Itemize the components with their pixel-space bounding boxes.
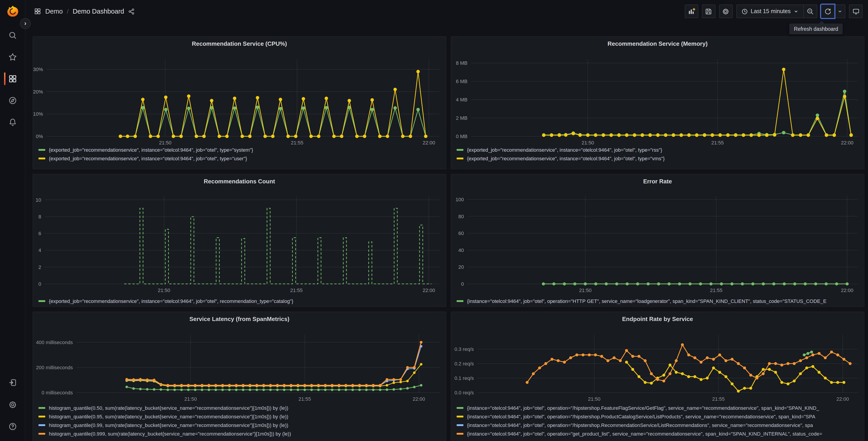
svg-text:4: 4 (38, 247, 41, 253)
share-icon[interactable] (128, 8, 135, 15)
refresh-button[interactable] (821, 4, 835, 18)
sign-in-icon (8, 378, 17, 387)
legend-item[interactable]: {exported_job="recommendationservice", i… (38, 145, 443, 154)
sidebar-item-dashboards[interactable] (0, 70, 25, 88)
legend-series-label: {instance="otelcol:9464", job="otel", op… (467, 405, 819, 410)
legend-series-label: {exported_job="recommendationservice", i… (467, 147, 662, 152)
legend-item[interactable]: histogram_quantile(0.95, sum(rate(latenc… (38, 412, 443, 421)
refresh-interval-caret-button[interactable] (835, 4, 845, 18)
legend-series-label: histogram_quantile(0.999, sum(rate(laten… (49, 431, 291, 436)
legend-series-swatch (457, 407, 463, 409)
help-icon (8, 422, 17, 431)
svg-text:200 milliseconds: 200 milliseconds (36, 365, 73, 371)
clock-icon (741, 8, 748, 15)
sidebar-item-alerting[interactable] (0, 113, 25, 131)
legend-series-swatch (38, 415, 45, 417)
legend-item[interactable]: {instance="otelcol:9464", job="otel", op… (457, 412, 861, 421)
legend-series-swatch (38, 149, 45, 151)
legend-item[interactable]: {instance="otelcol:9464", job="otel", op… (457, 404, 861, 412)
time-series-chart: 024681021:5021:5522:00 (33, 174, 446, 306)
refresh-icon (824, 7, 832, 15)
sidebar: › (0, 0, 25, 441)
dashboards-icon (8, 74, 17, 83)
breadcrumb: Demo / Demo Dashboard (34, 0, 135, 23)
dashboards-grid-icon (34, 8, 41, 15)
svg-text:10%: 10% (33, 111, 43, 117)
svg-text:0 MB: 0 MB (456, 134, 467, 139)
sidebar-item-sign-in[interactable] (0, 374, 25, 392)
legend-series-label: {exported_job="recommendationservice", i… (49, 155, 247, 161)
svg-text:6: 6 (38, 231, 41, 236)
add-panel-button[interactable] (685, 4, 698, 18)
svg-text:4 MB: 4 MB (456, 97, 467, 102)
legend-series-label: histogram_quantile(0.50, sum(rate(latenc… (49, 405, 288, 410)
save-dashboard-button[interactable] (702, 4, 715, 18)
svg-text:0.2 req/s: 0.2 req/s (454, 361, 474, 366)
star-icon (8, 53, 17, 62)
legend-series-label: {instance="otelcol:9464", job="otel", op… (467, 414, 815, 419)
svg-text:21:50: 21:50 (158, 288, 170, 293)
top-nav: Demo / Demo Dashboard (0, 0, 868, 23)
legend-item[interactable]: histogram_quantile(0.99, sum(rate(latenc… (38, 421, 443, 429)
svg-text:22:00: 22:00 (413, 396, 425, 402)
save-icon (705, 7, 713, 15)
chevron-down-icon (793, 9, 799, 14)
kiosk-mode-button[interactable] (849, 4, 863, 18)
toolbar: Last 15 minutes (685, 4, 863, 18)
time-range-label: Last 15 minutes (751, 8, 791, 14)
legend-series-label: histogram_quantile(0.95, sum(rate(latenc… (49, 414, 288, 419)
refresh-tooltip: Refresh dashboard (789, 24, 843, 34)
legend-item[interactable]: {exported_job="recommendationservice", i… (38, 297, 443, 305)
panel-recommendations-count: Recommendations Count 024681021:5021:552… (33, 174, 446, 307)
breadcrumb-dashboard[interactable]: Demo Dashboard (73, 8, 124, 15)
monitor-icon (852, 7, 860, 15)
breadcrumb-folder[interactable]: Demo (45, 8, 63, 15)
compass-icon (8, 96, 17, 105)
svg-text:60: 60 (459, 231, 464, 236)
svg-text:21:55: 21:55 (712, 396, 725, 402)
zoom-out-button[interactable] (804, 4, 817, 18)
legend-series-swatch (457, 300, 463, 302)
svg-text:10: 10 (36, 197, 41, 203)
legend-item[interactable]: histogram_quantile(0.50, sum(rate(latenc… (38, 404, 443, 412)
grafana-app: Demo / Demo Dashboard (0, 0, 868, 441)
legend-series-label: {exported_job="recommendationservice", i… (49, 147, 253, 152)
sidebar-item-search[interactable] (0, 26, 25, 45)
legend-item[interactable]: {exported_job="recommendationservice", i… (457, 154, 861, 163)
legend-item[interactable]: histogram_quantile(0.999, sum(rate(laten… (38, 429, 443, 438)
sidebar-item-admin[interactable] (0, 396, 25, 414)
legend-item[interactable]: {exported_job="recommendationservice", i… (457, 145, 861, 154)
sidebar-item-help[interactable] (0, 417, 25, 436)
svg-text:0: 0 (461, 281, 464, 287)
legend-series-label: {exported_job="recommendationservice", i… (467, 155, 664, 161)
svg-text:22:00: 22:00 (841, 140, 854, 146)
add-panel-icon (687, 7, 695, 16)
sidebar-item-starred[interactable] (0, 48, 25, 66)
zoom-out-icon (806, 7, 814, 15)
active-indicator (4, 72, 5, 85)
svg-text:8: 8 (38, 214, 41, 219)
panel-legend: {exported_job="recommendationservice", i… (38, 297, 443, 305)
sidebar-expand-button[interactable]: › (20, 18, 31, 29)
breadcrumb-separator: / (67, 8, 68, 15)
dashboard-settings-button[interactable] (719, 4, 733, 18)
svg-text:2 MB: 2 MB (456, 115, 467, 121)
svg-text:100: 100 (456, 197, 464, 202)
legend-series-swatch (457, 424, 463, 426)
legend-item[interactable]: {instance="otelcol:9464", job="otel", op… (457, 421, 861, 429)
legend-item[interactable]: {exported_job="recommendationservice", i… (38, 154, 443, 163)
legend-item[interactable]: {instance="otelcol:9464", job="otel", op… (457, 297, 861, 305)
svg-text:30%: 30% (33, 66, 43, 72)
svg-text:6 MB: 6 MB (456, 79, 467, 84)
gear-icon (722, 7, 730, 15)
svg-text:22:00: 22:00 (841, 288, 853, 293)
grafana-logo[interactable] (6, 5, 19, 18)
legend-series-swatch (457, 415, 463, 417)
legend-item[interactable]: {instance="otelcol:9464", job="otel", op… (457, 429, 861, 438)
legend-series-swatch (457, 149, 463, 151)
svg-text:20: 20 (459, 264, 464, 270)
panel-endpoint-rate: Endpoint Rate by Service 0.0 req/s0.1 re… (451, 312, 864, 441)
time-picker-button[interactable]: Last 15 minutes (736, 4, 804, 18)
sidebar-item-explore[interactable] (0, 91, 25, 110)
svg-text:0.1 req/s: 0.1 req/s (454, 375, 474, 381)
